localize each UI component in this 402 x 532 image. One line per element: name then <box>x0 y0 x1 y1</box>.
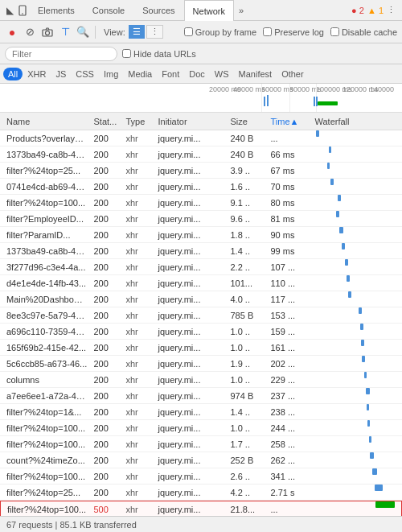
more-options[interactable]: ⋮ <box>384 5 399 15</box>
table-row[interactable]: count?%24timeZo... 200 xhr jquery.mi... … <box>0 452 402 468</box>
type-css[interactable]: CSS <box>71 68 99 80</box>
type-media[interactable]: Media <box>123 68 157 80</box>
table-row[interactable]: filter?%24top=25... 200 xhr jquery.mi...… <box>0 485 402 501</box>
row-time: 90 ms <box>268 230 312 240</box>
type-font[interactable]: Font <box>157 68 184 80</box>
record-btn[interactable]: ● <box>5 25 19 39</box>
row-status: 200 <box>91 246 123 256</box>
filter-icon[interactable]: ⊤ <box>58 25 72 39</box>
row-type: xhr <box>123 166 155 175</box>
waterfall-bar <box>336 211 339 217</box>
type-doc[interactable]: Doc <box>184 68 210 80</box>
row-name: d4e1e4de-14fb-43... <box>3 278 91 288</box>
row-size: 240 B <box>228 150 268 159</box>
tab-elements[interactable]: Elements <box>29 0 84 21</box>
table-row[interactable]: filter?%24top=100... 200 xhr jquery.mi..… <box>0 195 402 211</box>
row-size: 101... <box>228 278 268 288</box>
waterfall-bar <box>366 388 370 394</box>
search-btn[interactable]: 🔍 <box>76 25 90 39</box>
type-xhr[interactable]: XHR <box>23 68 51 80</box>
filter-input[interactable] <box>5 47 117 61</box>
th-time[interactable]: Time▲ <box>268 117 312 126</box>
table-row[interactable]: filter?%24top=100... 200 xhr jquery.mi..… <box>0 420 402 436</box>
disable-cache-label[interactable]: Disable cache <box>330 27 397 37</box>
table-row[interactable]: a7ee6ee1-a72a-44... 200 xhr jquery.mi...… <box>0 388 402 404</box>
row-type: xhr <box>123 456 155 465</box>
view-label: View: <box>104 27 125 37</box>
waterfall-bar <box>369 436 371 443</box>
view-tree-btn[interactable]: ⋮ <box>146 25 163 39</box>
tab-sources[interactable]: Sources <box>133 0 183 21</box>
table-row[interactable]: filter?ParamID... 200 xhr jquery.mi... 1… <box>0 227 402 243</box>
row-status: 200 <box>91 343 123 353</box>
table-row[interactable]: 8ee3c97e-5a79-46... 200 xhr jquery.mi...… <box>0 307 402 324</box>
tab-bar: ◣ Elements Console Sources Network » ● 2… <box>0 0 402 21</box>
table-row[interactable]: filter?%24top=25... 200 xhr jquery.mi...… <box>0 163 402 179</box>
filter-bar: Hide data URLs <box>0 43 402 64</box>
th-type[interactable]: Type <box>123 117 155 126</box>
table-row[interactable]: 1373ba49-ca8b-40... 200 xhr jquery.mi...… <box>0 243 402 259</box>
type-js[interactable]: JS <box>51 68 71 80</box>
view-list-btn[interactable]: ☰ <box>129 25 145 39</box>
type-ws[interactable]: WS <box>210 68 234 80</box>
row-status: 200 <box>91 423 123 433</box>
hide-data-urls-label[interactable]: Hide data URLs <box>122 49 196 59</box>
camera-btn[interactable] <box>40 25 55 39</box>
tab-network[interactable]: Network <box>184 0 234 21</box>
row-type: xhr <box>123 359 155 369</box>
group-by-frame-label[interactable]: Group by frame <box>184 27 256 37</box>
row-status: 200 <box>91 262 123 272</box>
row-type: xhr <box>123 472 155 481</box>
row-waterfall <box>312 501 399 516</box>
th-size[interactable]: Size <box>228 117 268 126</box>
table-row[interactable]: filter?%24top=100... 200 xhr jquery.mi..… <box>0 468 402 485</box>
type-other[interactable]: Other <box>277 68 309 80</box>
row-size: 1.0 .. <box>228 343 268 353</box>
row-waterfall <box>312 420 400 436</box>
table-row[interactable]: filter?EmployeeID... 200 xhr jquery.mi..… <box>0 211 402 227</box>
th-waterfall[interactable]: Waterfall <box>312 117 400 126</box>
table-row[interactable]: 0741e4cd-ab69-43... 200 xhr jquery.mi...… <box>0 179 402 195</box>
disable-cache-checkbox[interactable] <box>330 27 339 36</box>
row-status: 200 <box>91 198 123 208</box>
table-row[interactable]: 1373ba49-ca8b-40... 200 xhr jquery.mi...… <box>0 146 402 163</box>
table-row[interactable]: filter?%24top=100... 200 xhr jquery.mi..… <box>0 436 402 452</box>
table-row[interactable]: filter?%24top=100... 500 xhr jquery.mi..… <box>0 501 402 516</box>
devtools-icon[interactable]: ◣ <box>3 4 16 17</box>
group-by-frame-checkbox[interactable] <box>184 27 193 36</box>
table-row[interactable]: filter?%24top=1&... 200 xhr jquery.mi...… <box>0 404 402 420</box>
th-status[interactable]: Stat... <box>91 117 123 126</box>
preserve-log-checkbox[interactable] <box>263 27 272 36</box>
row-status: 200 <box>91 295 123 304</box>
table-row[interactable]: 3f277d96-c3e4-4a... 200 xhr jquery.mi...… <box>0 259 402 275</box>
hide-data-urls-checkbox[interactable] <box>122 49 131 58</box>
table-row[interactable]: columns 200 xhr jquery.mi... 1.0 .. 229 … <box>0 372 402 388</box>
clear-btn[interactable]: ⊘ <box>23 25 37 39</box>
table-row[interactable]: 165f69b2-415e-42... 200 xhr jquery.mi...… <box>0 340 402 356</box>
th-initiator[interactable]: Initiator <box>155 117 228 126</box>
mobile-icon[interactable] <box>16 4 29 17</box>
table-body[interactable]: Products?overlay=... 200 xhr jquery.mi..… <box>0 130 402 516</box>
tab-console[interactable]: Console <box>84 0 133 21</box>
waterfall-bar <box>347 275 350 282</box>
row-initiator: jquery.mi... <box>155 407 228 417</box>
warning-badge: ▲ 1 <box>367 6 384 15</box>
type-all[interactable]: All <box>3 68 23 80</box>
row-type: xhr <box>123 439 155 449</box>
table-row[interactable]: Products?overlay=... 200 xhr jquery.mi..… <box>0 130 402 146</box>
tab-more[interactable]: » <box>234 6 248 15</box>
row-name: filter?%24top=100... <box>3 198 91 208</box>
preserve-log-label[interactable]: Preserve log <box>263 27 324 37</box>
type-img[interactable]: Img <box>99 68 123 80</box>
row-initiator: jquery.mi... <box>155 150 228 159</box>
table-row[interactable]: d4e1e4de-14fb-43... 200 xhr jquery.mi...… <box>0 275 402 291</box>
table-row[interactable]: a696c110-7359-44... 200 xhr jquery.mi...… <box>0 324 402 340</box>
table-row[interactable]: Main%20Dashboar... 200 xhr jquery.mi... … <box>0 291 402 307</box>
table-row[interactable]: 5c6ccb85-a673-46... 200 xhr jquery.mi...… <box>0 356 402 372</box>
type-manifest[interactable]: Manifest <box>234 68 277 80</box>
row-time: 161 ... <box>268 343 312 353</box>
row-type: xhr <box>123 407 155 417</box>
row-initiator: jquery.mi... <box>155 472 228 481</box>
row-type: xhr <box>123 505 155 514</box>
th-name[interactable]: Name <box>3 117 91 126</box>
